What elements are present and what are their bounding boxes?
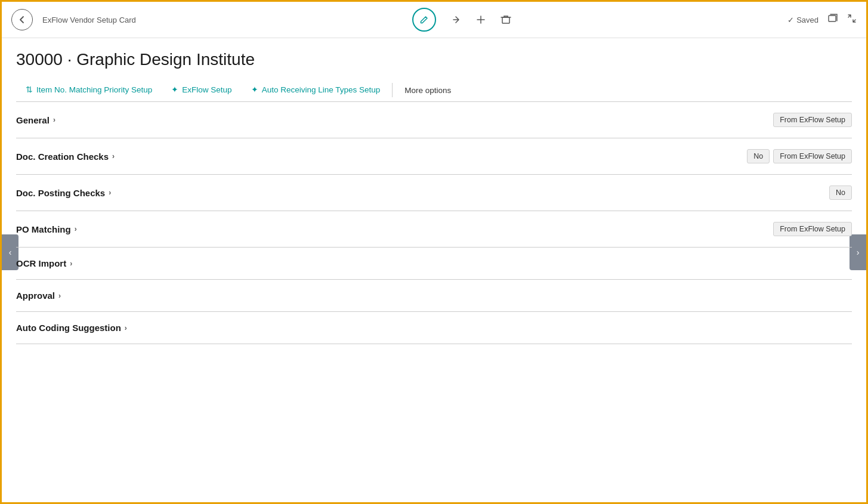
section-actions-doc-posting-checks: No bbox=[829, 185, 852, 200]
tabs-divider bbox=[392, 83, 393, 97]
section-text-approval: Approval bbox=[16, 290, 55, 301]
section-chevron-ocr-import: › bbox=[70, 259, 72, 268]
section-label-doc-posting-checks[interactable]: Doc. Posting Checks › bbox=[16, 188, 111, 198]
tab-auto-receiving[interactable]: ✦ Auto Receiving Line Types Setup bbox=[242, 79, 390, 101]
edit-button[interactable] bbox=[412, 8, 436, 32]
section-doc-posting-checks: Doc. Posting Checks ›No bbox=[16, 175, 852, 211]
section-text-general: General bbox=[16, 115, 50, 125]
back-button[interactable] bbox=[11, 9, 33, 30]
section-chevron-po-matching: › bbox=[75, 225, 77, 233]
share-icon bbox=[450, 14, 461, 25]
svg-rect-0 bbox=[502, 17, 509, 23]
add-icon bbox=[475, 14, 486, 25]
tab-item-no-matching[interactable]: ⇅ Item No. Matching Priority Setup bbox=[16, 79, 162, 101]
tab-label-item-no: Item No. Matching Priority Setup bbox=[36, 85, 152, 94]
right-chevron-icon: › bbox=[857, 248, 860, 257]
section-label-auto-coding-suggestion[interactable]: Auto Coding Suggestion › bbox=[16, 323, 127, 333]
section-auto-coding-suggestion: Auto Coding Suggestion › bbox=[16, 312, 852, 344]
action-btn-from-exflow-setup-po[interactable]: From ExFlow Setup bbox=[773, 222, 852, 236]
add-button[interactable] bbox=[475, 14, 486, 25]
section-po-matching: PO Matching ›From ExFlow Setup bbox=[16, 211, 852, 248]
delete-button[interactable] bbox=[501, 14, 511, 25]
action-btn-from-exflow-setup-doc-creation[interactable]: From ExFlow Setup bbox=[773, 149, 852, 163]
svg-rect-1 bbox=[829, 16, 836, 21]
toolbar-center bbox=[146, 8, 778, 32]
action-btn-no-doc-posting[interactable]: No bbox=[829, 185, 852, 200]
tab-label-auto-receiving: Auto Receiving Line Types Setup bbox=[262, 85, 381, 94]
section-label-approval[interactable]: Approval › bbox=[16, 290, 61, 301]
open-window-icon bbox=[828, 14, 838, 23]
section-chevron-doc-creation-checks: › bbox=[112, 152, 115, 160]
edit-icon bbox=[419, 16, 428, 24]
section-chevron-auto-coding-suggestion: › bbox=[125, 324, 127, 332]
section-text-doc-posting-checks: Doc. Posting Checks bbox=[16, 188, 105, 198]
left-chevron-icon: ‹ bbox=[9, 248, 12, 257]
breadcrumb: ExFlow Vendor Setup Card bbox=[42, 16, 136, 24]
section-chevron-general: › bbox=[53, 116, 55, 124]
section-doc-creation-checks: Doc. Creation Checks ›NoFrom ExFlow Setu… bbox=[16, 138, 852, 175]
section-text-doc-creation-checks: Doc. Creation Checks bbox=[16, 151, 109, 162]
action-btn-from-exflow-setup-general[interactable]: From ExFlow Setup bbox=[773, 113, 852, 127]
section-text-auto-coding-suggestion: Auto Coding Suggestion bbox=[16, 323, 121, 333]
tabs-bar: ⇅ Item No. Matching Priority Setup ✦ ExF… bbox=[16, 79, 852, 102]
section-general: General ›From ExFlow Setup bbox=[16, 102, 852, 138]
collapse-button[interactable] bbox=[847, 14, 857, 26]
more-options-tab[interactable]: More options bbox=[395, 80, 461, 101]
share-button[interactable] bbox=[450, 14, 461, 25]
section-actions-general: From ExFlow Setup bbox=[773, 113, 852, 127]
section-label-general[interactable]: General › bbox=[16, 115, 55, 125]
section-label-ocr-import[interactable]: OCR Import › bbox=[16, 258, 72, 268]
tab-icon-exflow: ✦ bbox=[171, 85, 178, 94]
action-btn-no-doc-creation[interactable]: No bbox=[747, 149, 770, 163]
section-chevron-doc-posting-checks: › bbox=[109, 188, 111, 197]
section-chevron-approval: › bbox=[58, 292, 61, 300]
section-text-ocr-import: OCR Import bbox=[16, 258, 66, 268]
section-actions-po-matching: From ExFlow Setup bbox=[773, 222, 852, 236]
section-actions-doc-creation-checks: NoFrom ExFlow Setup bbox=[747, 149, 852, 163]
collapse-icon bbox=[847, 14, 857, 23]
section-text-po-matching: PO Matching bbox=[16, 224, 71, 234]
toolbar-right: ✓ Saved bbox=[787, 14, 857, 26]
right-nav-arrow[interactable]: › bbox=[850, 234, 866, 270]
section-label-doc-creation-checks[interactable]: Doc. Creation Checks › bbox=[16, 151, 115, 162]
section-approval: Approval › bbox=[16, 280, 852, 312]
page-title: 30000 · Graphic Design Institute bbox=[16, 38, 852, 79]
page-content: 30000 · Graphic Design Institute ⇅ Item … bbox=[2, 38, 866, 344]
tab-icon-auto-receiving: ✦ bbox=[251, 85, 258, 94]
check-icon: ✓ bbox=[787, 16, 794, 24]
top-bar: ExFlow Vendor Setup Card ✓ Save bbox=[2, 2, 866, 38]
tab-icon-item-no: ⇅ bbox=[26, 85, 33, 94]
sections-container: General ›From ExFlow SetupDoc. Creation … bbox=[16, 102, 852, 344]
delete-icon bbox=[501, 14, 511, 25]
section-label-po-matching[interactable]: PO Matching › bbox=[16, 224, 77, 234]
saved-status: ✓ Saved bbox=[787, 16, 818, 24]
section-ocr-import: OCR Import › bbox=[16, 248, 852, 280]
open-new-window-button[interactable] bbox=[828, 14, 838, 26]
back-arrow-icon bbox=[18, 16, 26, 24]
tab-exflow-setup[interactable]: ✦ ExFlow Setup bbox=[162, 79, 241, 101]
tab-label-exflow: ExFlow Setup bbox=[182, 85, 231, 94]
